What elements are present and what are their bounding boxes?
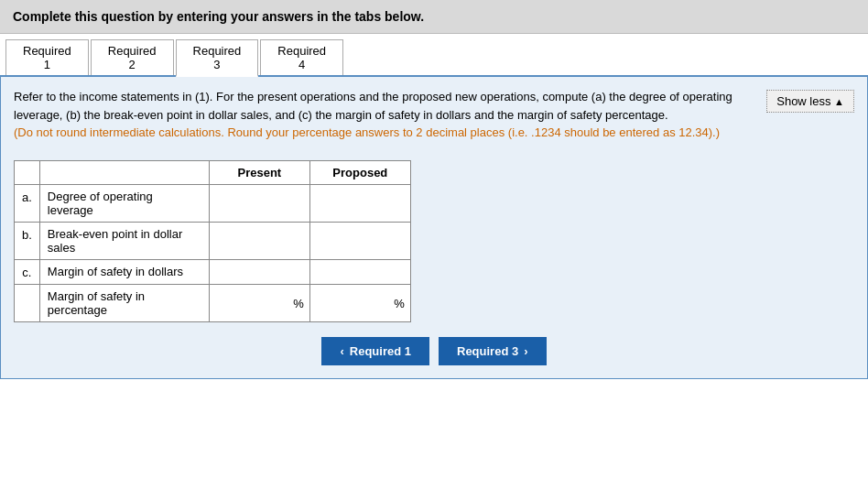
row-letter-b: b. xyxy=(15,222,40,259)
next-arrow-icon: › xyxy=(524,344,527,358)
table-row: Margin of safety in percentage % % xyxy=(15,284,411,321)
table-row: c. Margin of safety in dollars xyxy=(15,259,411,284)
table-row: a. Degree of operating leverage xyxy=(15,184,411,222)
proposed-input-c[interactable] xyxy=(310,260,410,283)
present-input-c[interactable] xyxy=(210,260,309,283)
table-container: Present Proposed a. Degree of operating … xyxy=(14,160,854,322)
row-label-margin-pct: Margin of safety in percentage xyxy=(39,284,209,321)
show-less-button[interactable]: Show less ▲ xyxy=(766,90,854,113)
tab-required-3[interactable]: Required 3 xyxy=(176,39,259,77)
table-row: b. Break-even point in dollar sales xyxy=(15,222,411,259)
tab-required-2[interactable]: Required 2 xyxy=(91,39,174,75)
proposed-input-pct[interactable] xyxy=(310,291,410,314)
tabs-row: Required 1 Required 2 Required 3 Require… xyxy=(0,34,868,77)
present-input-pct[interactable] xyxy=(210,291,309,314)
row-letter-a: a. xyxy=(15,184,40,222)
top-banner: Complete this question by entering your … xyxy=(0,0,868,34)
col-header-empty2 xyxy=(39,160,209,184)
bottom-nav: ‹ Required 1 Required 3 › xyxy=(14,337,854,365)
col-header-empty1 xyxy=(15,160,40,184)
row-label-a: Degree of operating leverage xyxy=(39,184,209,222)
proposed-input-b[interactable] xyxy=(310,229,410,252)
tab-required-1[interactable]: Required 1 xyxy=(5,39,89,75)
proposed-input-cell-a[interactable] xyxy=(309,184,410,222)
present-input-cell-b[interactable] xyxy=(209,222,309,259)
row-letter-c: c. xyxy=(15,259,40,284)
col-header-present: Present xyxy=(209,160,309,184)
prev-button[interactable]: ‹ Required 1 xyxy=(321,337,429,365)
proposed-input-cell-b[interactable] xyxy=(309,222,410,259)
present-input-a[interactable] xyxy=(210,191,309,214)
present-input-b[interactable] xyxy=(210,229,309,252)
content-area: Show less ▲ Refer to the income statemen… xyxy=(0,77,868,379)
tab-required-4[interactable]: Required 4 xyxy=(260,39,343,75)
description-text: Refer to the income statements in (1). F… xyxy=(14,88,854,142)
arrow-up-icon: ▲ xyxy=(834,96,844,107)
col-header-proposed: Proposed xyxy=(309,160,410,184)
present-input-cell-c[interactable] xyxy=(209,259,309,284)
proposed-input-cell-c[interactable] xyxy=(309,259,410,284)
row-label-c: Margin of safety in dollars xyxy=(39,259,209,284)
present-input-cell-pct[interactable]: % xyxy=(209,284,309,321)
row-label-b: Break-even point in dollar sales xyxy=(39,222,209,259)
next-button[interactable]: Required 3 › xyxy=(439,337,547,365)
row-letter-blank xyxy=(15,284,40,321)
proposed-input-a[interactable] xyxy=(310,191,410,214)
present-input-cell-a[interactable] xyxy=(209,184,309,222)
prev-arrow-icon: ‹ xyxy=(340,344,343,358)
proposed-input-cell-pct[interactable]: % xyxy=(309,284,410,321)
answers-table: Present Proposed a. Degree of operating … xyxy=(14,160,411,322)
